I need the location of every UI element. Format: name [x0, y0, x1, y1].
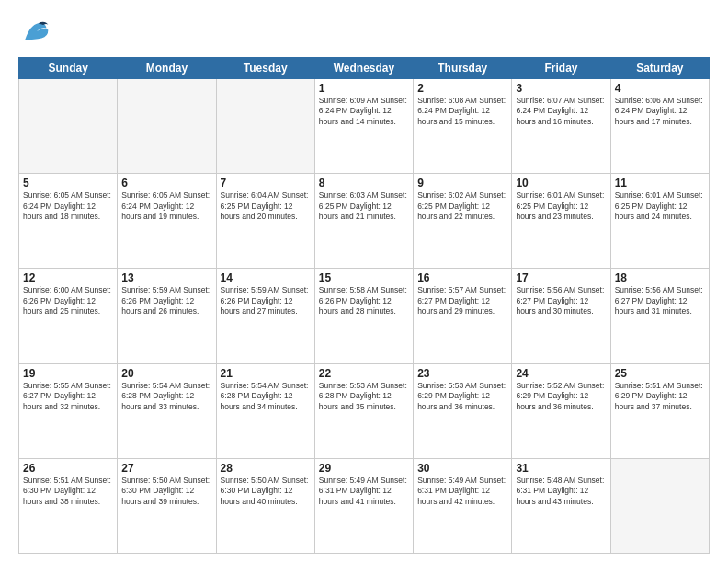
day-number: 1 — [319, 82, 409, 95]
day-cell-1: 1Sunrise: 6:09 AM Sunset: 6:24 PM Daylig… — [314, 79, 413, 174]
day-cell-28: 28Sunrise: 5:50 AM Sunset: 6:30 PM Dayli… — [216, 458, 314, 553]
day-cell-24: 24Sunrise: 5:52 AM Sunset: 6:29 PM Dayli… — [512, 363, 610, 458]
day-number: 4 — [615, 82, 705, 95]
day-info: Sunrise: 6:01 AM Sunset: 6:25 PM Dayligh… — [615, 190, 705, 222]
page: SundayMondayTuesdayWednesdayThursdayFrid… — [0, 0, 728, 563]
day-info: Sunrise: 5:50 AM Sunset: 6:30 PM Dayligh… — [221, 476, 311, 507]
day-info: Sunrise: 6:02 AM Sunset: 6:25 PM Dayligh… — [417, 190, 507, 222]
day-cell-10: 10Sunrise: 6:01 AM Sunset: 6:25 PM Dayli… — [512, 174, 610, 269]
day-number: 16 — [417, 271, 507, 284]
day-number: 20 — [121, 367, 211, 380]
day-info: Sunrise: 6:03 AM Sunset: 6:25 PM Dayligh… — [319, 190, 409, 222]
day-info: Sunrise: 6:06 AM Sunset: 6:24 PM Dayligh… — [615, 96, 705, 127]
day-info: Sunrise: 5:52 AM Sunset: 6:29 PM Dayligh… — [516, 381, 606, 412]
calendar-table: SundayMondayTuesdayWednesdayThursdayFrid… — [18, 57, 710, 554]
day-number: 22 — [319, 367, 409, 380]
day-info: Sunrise: 6:05 AM Sunset: 6:24 PM Dayligh… — [23, 190, 113, 222]
day-number: 5 — [23, 177, 113, 190]
day-cell-16: 16Sunrise: 5:57 AM Sunset: 6:27 PM Dayli… — [414, 269, 512, 363]
day-cell-8: 8Sunrise: 6:03 AM Sunset: 6:25 PM Daylig… — [314, 174, 413, 269]
day-info: Sunrise: 5:49 AM Sunset: 6:31 PM Dayligh… — [319, 476, 409, 507]
day-header-wednesday: Wednesday — [314, 58, 413, 79]
header-row: SundayMondayTuesdayWednesdayThursdayFrid… — [19, 58, 710, 79]
day-cell-9: 9Sunrise: 6:02 AM Sunset: 6:25 PM Daylig… — [414, 174, 512, 269]
day-number: 30 — [417, 462, 507, 475]
header — [18, 17, 710, 50]
day-number: 17 — [516, 271, 606, 284]
day-info: Sunrise: 5:59 AM Sunset: 6:26 PM Dayligh… — [121, 285, 211, 316]
day-info: Sunrise: 6:08 AM Sunset: 6:24 PM Dayligh… — [417, 96, 507, 127]
day-cell-6: 6Sunrise: 6:05 AM Sunset: 6:24 PM Daylig… — [118, 174, 216, 269]
day-number: 11 — [615, 177, 705, 190]
day-header-sunday: Sunday — [19, 58, 118, 79]
week-row-5: 26Sunrise: 5:51 AM Sunset: 6:30 PM Dayli… — [19, 458, 710, 553]
empty-cell — [216, 79, 314, 174]
day-info: Sunrise: 5:49 AM Sunset: 6:31 PM Dayligh… — [417, 476, 507, 507]
empty-cell — [118, 79, 216, 174]
day-cell-27: 27Sunrise: 5:50 AM Sunset: 6:30 PM Dayli… — [118, 458, 216, 553]
day-header-monday: Monday — [118, 58, 216, 79]
day-info: Sunrise: 5:55 AM Sunset: 6:27 PM Dayligh… — [23, 381, 113, 412]
day-info: Sunrise: 6:09 AM Sunset: 6:24 PM Dayligh… — [319, 96, 409, 127]
day-number: 14 — [221, 271, 311, 284]
day-number: 24 — [516, 367, 606, 380]
day-info: Sunrise: 5:54 AM Sunset: 6:28 PM Dayligh… — [221, 381, 311, 412]
day-info: Sunrise: 5:57 AM Sunset: 6:27 PM Dayligh… — [417, 285, 507, 316]
day-header-friday: Friday — [512, 58, 610, 79]
day-info: Sunrise: 6:05 AM Sunset: 6:24 PM Dayligh… — [121, 190, 211, 222]
day-header-saturday: Saturday — [610, 58, 709, 79]
day-cell-31: 31Sunrise: 5:48 AM Sunset: 6:31 PM Dayli… — [512, 458, 610, 553]
day-cell-30: 30Sunrise: 5:49 AM Sunset: 6:31 PM Dayli… — [414, 458, 512, 553]
day-info: Sunrise: 6:00 AM Sunset: 6:26 PM Dayligh… — [23, 285, 113, 316]
week-row-4: 19Sunrise: 5:55 AM Sunset: 6:27 PM Dayli… — [19, 363, 710, 458]
day-cell-22: 22Sunrise: 5:53 AM Sunset: 6:28 PM Dayli… — [314, 363, 413, 458]
day-cell-29: 29Sunrise: 5:49 AM Sunset: 6:31 PM Dayli… — [314, 458, 413, 553]
day-cell-2: 2Sunrise: 6:08 AM Sunset: 6:24 PM Daylig… — [414, 79, 512, 174]
day-number: 12 — [23, 271, 113, 284]
day-number: 23 — [417, 367, 507, 380]
day-cell-25: 25Sunrise: 5:51 AM Sunset: 6:29 PM Dayli… — [610, 363, 709, 458]
day-cell-23: 23Sunrise: 5:53 AM Sunset: 6:29 PM Dayli… — [414, 363, 512, 458]
day-number: 26 — [23, 462, 113, 475]
day-info: Sunrise: 5:59 AM Sunset: 6:26 PM Dayligh… — [221, 285, 311, 316]
day-cell-4: 4Sunrise: 6:06 AM Sunset: 6:24 PM Daylig… — [610, 79, 709, 174]
day-info: Sunrise: 5:51 AM Sunset: 6:29 PM Dayligh… — [615, 381, 705, 412]
day-info: Sunrise: 5:53 AM Sunset: 6:29 PM Dayligh… — [417, 381, 507, 412]
day-number: 3 — [516, 82, 606, 95]
day-info: Sunrise: 6:04 AM Sunset: 6:25 PM Dayligh… — [221, 190, 311, 222]
week-row-2: 5Sunrise: 6:05 AM Sunset: 6:24 PM Daylig… — [19, 174, 710, 269]
day-number: 13 — [121, 271, 211, 284]
day-number: 29 — [319, 462, 409, 475]
day-cell-18: 18Sunrise: 5:56 AM Sunset: 6:27 PM Dayli… — [610, 269, 709, 363]
day-info: Sunrise: 6:07 AM Sunset: 6:24 PM Dayligh… — [516, 96, 606, 127]
day-number: 18 — [615, 271, 705, 284]
day-number: 28 — [221, 462, 311, 475]
day-info: Sunrise: 6:01 AM Sunset: 6:25 PM Dayligh… — [516, 190, 606, 222]
day-cell-3: 3Sunrise: 6:07 AM Sunset: 6:24 PM Daylig… — [512, 79, 610, 174]
day-number: 31 — [516, 462, 606, 475]
day-info: Sunrise: 5:58 AM Sunset: 6:26 PM Dayligh… — [319, 285, 409, 316]
week-row-3: 12Sunrise: 6:00 AM Sunset: 6:26 PM Dayli… — [19, 269, 710, 363]
day-number: 25 — [615, 367, 705, 380]
day-cell-5: 5Sunrise: 6:05 AM Sunset: 6:24 PM Daylig… — [19, 174, 118, 269]
day-number: 21 — [221, 367, 311, 380]
day-header-tuesday: Tuesday — [216, 58, 314, 79]
day-info: Sunrise: 5:50 AM Sunset: 6:30 PM Dayligh… — [121, 476, 211, 507]
day-number: 15 — [319, 271, 409, 284]
day-number: 2 — [417, 82, 507, 95]
day-number: 10 — [516, 177, 606, 190]
day-info: Sunrise: 5:51 AM Sunset: 6:30 PM Dayligh… — [23, 476, 113, 507]
day-cell-13: 13Sunrise: 5:59 AM Sunset: 6:26 PM Dayli… — [118, 269, 216, 363]
day-number: 9 — [417, 177, 507, 190]
day-info: Sunrise: 5:56 AM Sunset: 6:27 PM Dayligh… — [615, 285, 705, 316]
day-cell-17: 17Sunrise: 5:56 AM Sunset: 6:27 PM Dayli… — [512, 269, 610, 363]
day-cell-11: 11Sunrise: 6:01 AM Sunset: 6:25 PM Dayli… — [610, 174, 709, 269]
day-info: Sunrise: 5:53 AM Sunset: 6:28 PM Dayligh… — [319, 381, 409, 412]
day-cell-15: 15Sunrise: 5:58 AM Sunset: 6:26 PM Dayli… — [314, 269, 413, 363]
day-number: 6 — [121, 177, 211, 190]
day-cell-21: 21Sunrise: 5:54 AM Sunset: 6:28 PM Dayli… — [216, 363, 314, 458]
day-cell-12: 12Sunrise: 6:00 AM Sunset: 6:26 PM Dayli… — [19, 269, 118, 363]
day-number: 19 — [23, 367, 113, 380]
day-cell-19: 19Sunrise: 5:55 AM Sunset: 6:27 PM Dayli… — [19, 363, 118, 458]
logo — [18, 17, 55, 50]
